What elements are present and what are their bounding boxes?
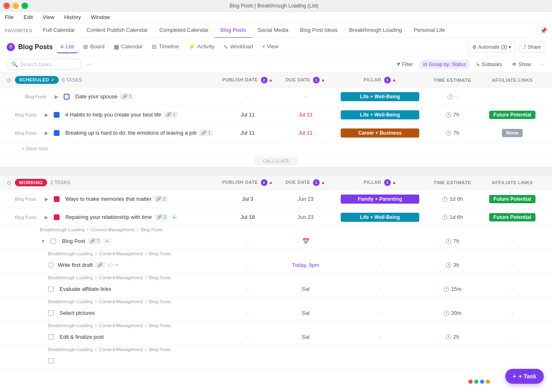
filter-button[interactable]: ⧩ Filter (393, 60, 416, 69)
subtask2-affiliate: – (479, 262, 545, 268)
tab-list[interactable]: ≡ List (56, 41, 78, 53)
tab-activity[interactable]: ⚡ Activity (184, 41, 218, 53)
task-checkbox[interactable] (48, 286, 54, 292)
fav-tab-personal-life[interactable]: Personal Life (408, 23, 451, 38)
task-name-area: ▶ Date your spouse 🔗 1 (53, 93, 219, 100)
col-publish-header: PUBLISH DATE 2 ▲ (219, 77, 277, 83)
task-checkbox[interactable] (54, 112, 60, 118)
task-add-badge[interactable]: + (171, 214, 177, 220)
tab-timeline[interactable]: ⊟ Timeline (148, 41, 183, 53)
menu-view[interactable]: View (41, 13, 56, 21)
affiliate-badge: Future Potential (489, 111, 535, 119)
space-letter: B (10, 45, 12, 49)
subtask2-breadcrumb: Breakthrough Loading / Content Managemen… (0, 250, 552, 256)
col-timeest-header: TIME ESTIMATE (425, 78, 479, 83)
fav-tab-blog-post-ideas[interactable]: Blog Post Ideas (294, 23, 343, 38)
toolbar-more-button[interactable]: ··· (538, 59, 545, 69)
tab-calendar[interactable]: ▦ Calendar (110, 41, 147, 53)
menu-window[interactable]: Window (89, 13, 112, 21)
task-expand-icon[interactable]: ▶ (43, 112, 50, 118)
share-label: Share (528, 44, 541, 50)
share-button[interactable]: ⤴ Share (519, 42, 545, 52)
task-publish-date: – (219, 93, 277, 100)
task-publish-date: Jul 3 (219, 196, 277, 202)
task-checkbox[interactable] (54, 130, 60, 136)
task-add-badge[interactable]: + (104, 238, 110, 244)
fav-tab-completed[interactable]: Completed Calendar (154, 23, 215, 38)
clock-icon: 🕐 (443, 310, 449, 316)
menu-history[interactable]: History (62, 13, 82, 21)
maximize-button[interactable]: □ (22, 2, 28, 9)
scheduled-toggle[interactable]: ⊙ (7, 77, 12, 83)
search-box[interactable]: 🔍 Search tasks... (7, 59, 81, 70)
task-expand-icon[interactable]: ▶ (43, 214, 50, 221)
tag-icon[interactable]: 🏷 (108, 262, 112, 268)
minimize-button[interactable]: – (12, 2, 19, 9)
w-col-pillar-header: PILLAR 3 ▲ (335, 179, 425, 186)
menu-edit[interactable]: Edit (22, 13, 34, 21)
subtask3-affiliate: – (479, 286, 545, 292)
subtask4-affiliate: – (479, 310, 545, 316)
automate-button[interactable]: ⚙ Automate (3) ▾ (468, 42, 516, 52)
pillar-tag: Life + Well-Being (341, 213, 419, 222)
subtask4-pillar: – (335, 310, 425, 316)
task-title: Breaking up is hard to do: the emotions … (65, 130, 196, 136)
subtask-breadcrumb: Breakthrough Loading / Content Managemen… (0, 226, 552, 232)
task-checkbox[interactable] (48, 310, 54, 316)
task-expand-icon[interactable]: ▶ (43, 196, 50, 202)
due-badge: 1 (313, 77, 320, 83)
group-by-button[interactable]: ⊟ Group by: Status (420, 60, 469, 69)
more-options-icon[interactable]: ··· (84, 59, 93, 70)
tab-activity-label: Activity (197, 43, 214, 50)
fav-tab-breakthrough[interactable]: Breakthrough Loading (343, 23, 408, 38)
task-checkbox[interactable] (48, 358, 54, 364)
task-name-area: ▶ Breaking up is hard to do: the emotion… (43, 130, 219, 136)
subtask2-pillar: – (335, 262, 425, 268)
task-expand-icon[interactable]: ▼ (40, 238, 46, 245)
working-toggle[interactable]: ⊙ (7, 179, 12, 186)
task-title: Ways to make memories that matter (65, 196, 151, 202)
w-pillar-sort: ▲ (392, 180, 396, 185)
menu-file[interactable]: File (3, 13, 15, 21)
subtask5-time-estimate: 🕐2h (425, 334, 479, 340)
subtask5-name-area: Edit & finalize post (48, 334, 219, 340)
subtasks-button[interactable]: ↳ Subtasks (473, 60, 505, 69)
calculate-button[interactable]: CALCULATE (254, 157, 298, 165)
new-task-button[interactable]: + New task (0, 142, 552, 155)
task-checkbox[interactable] (54, 214, 60, 220)
dots-fab[interactable] (468, 380, 490, 384)
subtasks-icon: ↳ (476, 62, 480, 67)
task-checkbox[interactable] (48, 334, 54, 340)
calculate-row: CALCULATE (0, 155, 552, 167)
close-button[interactable]: ✕ (3, 2, 10, 9)
window-controls[interactable]: ✕ – □ (3, 2, 28, 9)
task-checkbox[interactable] (48, 262, 54, 268)
fav-tab-content-publish[interactable]: Content Publish Calendar (81, 23, 153, 38)
subtask3-time-estimate: 🕐15m (425, 286, 479, 292)
tab-board[interactable]: ⊞ Board (79, 41, 109, 53)
clock-icon: 🕐 (445, 112, 452, 118)
col-duedate-header: DUE DATE 1 ▲ (277, 77, 335, 83)
task-checkbox[interactable] (64, 94, 69, 100)
edit-icon[interactable]: ✏ (115, 262, 119, 268)
task-expand-icon[interactable]: ▶ (53, 93, 60, 100)
tab-add-view[interactable]: + View (258, 41, 282, 53)
fav-tab-blog-posts[interactable]: Blog Posts (215, 23, 252, 38)
pin-icon: 📌 (540, 27, 547, 34)
fav-tab-full-calendar[interactable]: Full Calendar (37, 23, 81, 38)
scheduled-count: 6 TASKS (62, 77, 82, 83)
task-pillar: Family + Parenting (335, 195, 425, 204)
task-time-estimate: 🕐1d 6h (425, 196, 479, 202)
show-button[interactable]: 👁 Show (509, 60, 534, 69)
fav-tab-social-media[interactable]: Social Media (252, 23, 294, 38)
w-due-sort: ▲ (321, 180, 325, 185)
w-pillar-badge: 3 (384, 179, 391, 186)
subtask-row: ▼ Blog Post 🔗 7 + – 📅 – 🕐7h – (0, 232, 552, 250)
tab-workload[interactable]: ∿ Workload (219, 41, 257, 53)
task-expand-icon[interactable]: ▶ (43, 130, 50, 136)
w-col-publish-header: PUBLISH DATE 2 ▲ (219, 179, 277, 186)
clock-icon: 🕐 (445, 334, 452, 340)
task-checkbox[interactable] (50, 238, 56, 244)
task-checkbox[interactable] (54, 196, 60, 202)
add-task-button[interactable]: + + Task (505, 369, 544, 384)
